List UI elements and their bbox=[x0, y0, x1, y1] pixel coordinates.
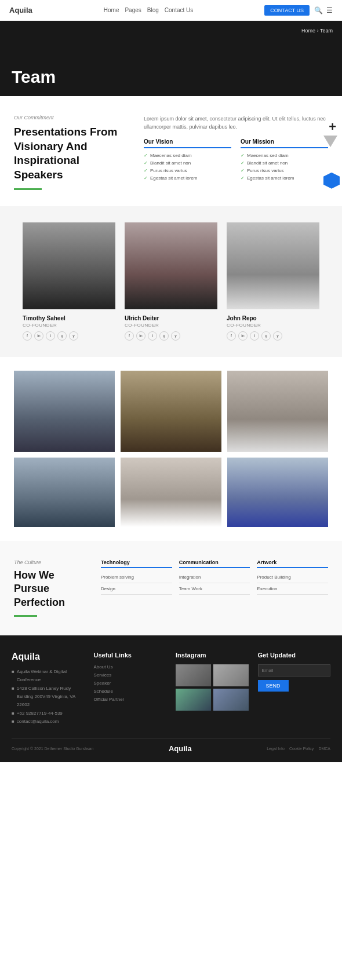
twitter-icon-2[interactable]: t bbox=[148, 331, 157, 341]
instagram-icon-2[interactable]: in bbox=[136, 331, 145, 341]
nav-home[interactable]: Home bbox=[104, 7, 119, 13]
footer-instagram-col: Instagram bbox=[176, 652, 249, 726]
culture-item-3-2: Execution bbox=[257, 583, 328, 595]
footer-link-about[interactable]: About Us bbox=[94, 664, 167, 670]
footer-subscribe-title: Get Updated bbox=[258, 652, 331, 659]
vision-item-1: Maecenas sed diam bbox=[144, 153, 231, 158]
facebook-icon-3[interactable]: f bbox=[227, 331, 236, 341]
location-icon: ■ bbox=[12, 685, 14, 693]
insta-thumb-3[interactable] bbox=[176, 689, 211, 711]
our-mission: Our Mission Maecenas sed diam Blandit si… bbox=[241, 138, 328, 183]
insta-thumb-4[interactable] bbox=[213, 689, 249, 711]
email-subscribe-input[interactable] bbox=[258, 664, 331, 677]
youtube-icon-1[interactable]: y bbox=[69, 331, 78, 341]
facebook-icon-2[interactable]: f bbox=[125, 331, 134, 341]
footer: Aquila ■ Aquila Webinar & Digital Confer… bbox=[0, 635, 342, 762]
menu-icon[interactable]: ☰ bbox=[326, 6, 333, 14]
facebook-icon-1[interactable]: f bbox=[23, 331, 32, 341]
contact-us-button[interactable]: CONTACT US bbox=[264, 5, 310, 16]
footer-link-speaker[interactable]: Speaker bbox=[94, 681, 167, 686]
mission-item-1: Maecenas sed diam bbox=[241, 153, 328, 158]
culture-heading: How We Pursue Perfection bbox=[14, 569, 89, 609]
footer-legal-link[interactable]: Legal Info bbox=[267, 747, 285, 751]
nav-contact[interactable]: Contact Us bbox=[165, 7, 193, 13]
culture-item-1-1: Problem solving bbox=[101, 572, 172, 583]
instagram-icon-3[interactable]: in bbox=[238, 331, 248, 341]
team-gallery-section bbox=[0, 357, 342, 541]
intro-section: Our Commitment Presentations From Vision… bbox=[0, 96, 342, 206]
footer-instagram-title: Instagram bbox=[176, 652, 249, 659]
email-icon: ■ bbox=[12, 718, 14, 726]
footer-bottom: Copyright © 2021 Dethemer Studio Gurshsa… bbox=[12, 738, 330, 753]
insta-thumb-2[interactable] bbox=[213, 664, 249, 686]
search-icon[interactable]: 🔍 bbox=[314, 6, 323, 14]
google-icon-2[interactable]: g bbox=[159, 331, 169, 341]
vision-item-2: Blandit sit amet non bbox=[144, 160, 231, 166]
footer-email: ■ contact@aquila.com bbox=[12, 718, 85, 726]
footer-brand-col: Aquila ■ Aquila Webinar & Digital Confer… bbox=[12, 652, 85, 726]
culture-col-artwork: Artwork Product Building Execution bbox=[257, 560, 328, 617]
team-photo-timothy bbox=[23, 222, 115, 309]
footer-link-schedule[interactable]: Schedule bbox=[94, 689, 167, 694]
footer-link-partner[interactable]: Official Partner bbox=[94, 697, 167, 702]
gallery-photo-1 bbox=[14, 371, 115, 452]
team-photo-ulrich bbox=[125, 222, 217, 309]
twitter-icon-3[interactable]: t bbox=[250, 331, 259, 341]
footer-logo: Aquila bbox=[12, 652, 85, 662]
team-socials-1: f in t g y bbox=[23, 331, 115, 341]
intro-underline bbox=[14, 188, 42, 190]
culture-left: The Culture How We Pursue Perfection bbox=[14, 560, 89, 617]
breadcrumb-home[interactable]: Home bbox=[301, 28, 315, 34]
instagram-icon-1[interactable]: in bbox=[34, 331, 43, 341]
culture-item-2-1: Integration bbox=[179, 572, 250, 583]
team-card-1: Timothy Saheel CO-FOUNDER f in t g y bbox=[23, 222, 115, 341]
gallery-photo-6 bbox=[227, 458, 328, 527]
intro-left: Our Commitment Presentations From Vision… bbox=[14, 115, 130, 190]
footer-link-services[interactable]: Services bbox=[94, 672, 167, 678]
building-icon: ■ bbox=[12, 668, 14, 676]
intro-tag: Our Commitment bbox=[14, 115, 130, 120]
team-name-2: Ulrich Deiter bbox=[125, 315, 217, 321]
team-name-3: John Repo bbox=[227, 315, 319, 321]
team-grid: Timothy Saheel CO-FOUNDER f in t g y Ulr… bbox=[14, 222, 328, 341]
google-icon-1[interactable]: g bbox=[57, 331, 67, 341]
gallery-photo-3 bbox=[227, 371, 328, 452]
team-photo-john bbox=[227, 222, 319, 309]
mission-item-3: Purus risus varius bbox=[241, 168, 328, 173]
gallery-grid bbox=[14, 371, 328, 527]
deco-plus-icon: + bbox=[329, 119, 336, 134]
nav-blog[interactable]: Blog bbox=[147, 7, 159, 13]
youtube-icon-3[interactable]: y bbox=[273, 331, 282, 341]
twitter-icon-1[interactable]: t bbox=[46, 331, 55, 341]
culture-item-3-1: Product Building bbox=[257, 572, 328, 583]
vision-item-3: Purus risus varius bbox=[144, 168, 231, 173]
nav-pages[interactable]: Pages bbox=[125, 7, 141, 13]
team-role-1: CO-FOUNDER bbox=[23, 323, 115, 328]
deco-triangle-icon bbox=[323, 136, 337, 147]
youtube-icon-2[interactable]: y bbox=[171, 331, 180, 341]
intro-right: Lorem ipsum dolor sit amet, consectetur … bbox=[144, 115, 328, 190]
footer-address: ■ 1428 Callison Laney Rudy Building 200V… bbox=[12, 685, 85, 710]
nav-logo[interactable]: Aquila bbox=[9, 6, 32, 14]
our-vision: Our Vision Maecenas sed diam Blandit sit… bbox=[144, 138, 231, 183]
intro-heading: Presentations From Visionary And Inspira… bbox=[14, 125, 130, 182]
footer-phone: ■ +62 92827719-44-539 bbox=[12, 710, 85, 718]
footer-tagline: ■ Aquila Webinar & Digital Conference bbox=[12, 668, 85, 685]
footer-dmca-link[interactable]: DMCA bbox=[318, 747, 330, 751]
send-button[interactable]: SEND bbox=[258, 680, 289, 692]
google-icon-3[interactable]: g bbox=[261, 331, 271, 341]
footer-top: Aquila ■ Aquila Webinar & Digital Confer… bbox=[12, 652, 330, 726]
culture-col-technology: Technology Problem solving Design bbox=[101, 560, 172, 617]
navbar: Aquila Home Pages Blog Contact Us CONTAC… bbox=[0, 0, 342, 21]
insta-thumb-1[interactable] bbox=[176, 664, 211, 686]
footer-cookie-link[interactable]: Cookie Policy bbox=[289, 747, 314, 751]
culture-col-title-1: Technology bbox=[101, 560, 172, 568]
team-card-2: Ulrich Deiter CO-FOUNDER f in t g y bbox=[125, 222, 217, 341]
phone-icon: ■ bbox=[12, 710, 14, 718]
mission-item-2: Blandit sit amet non bbox=[241, 160, 328, 166]
footer-bottom-links: Legal Info Cookie Policy DMCA bbox=[267, 747, 330, 751]
culture-col-title-3: Artwork bbox=[257, 560, 328, 568]
gallery-photo-2 bbox=[121, 371, 221, 452]
nav-links: Home Pages Blog Contact Us bbox=[104, 7, 194, 13]
breadcrumb: Home › Team bbox=[301, 28, 333, 34]
